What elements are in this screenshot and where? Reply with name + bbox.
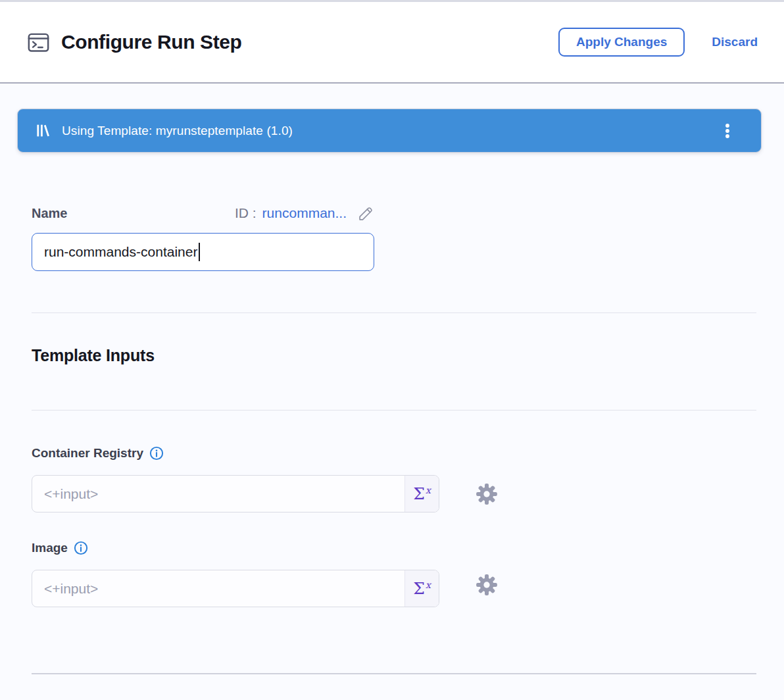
edit-id-pencil-icon[interactable] [356, 205, 374, 222]
bottom-divider [32, 673, 756, 674]
info-icon[interactable] [149, 446, 164, 461]
section-divider [32, 312, 756, 313]
panel-header: Configure Run Step Apply Changes Discard [0, 2, 784, 84]
container-registry-field: Container Registry Σ x [32, 444, 505, 512]
name-input[interactable]: run-commands-container [32, 233, 374, 271]
header-actions: Apply Changes Discard [558, 28, 758, 57]
step-id-value[interactable]: runcomman... [262, 205, 347, 221]
banner-kebab-menu-icon[interactable] [718, 119, 737, 143]
discard-button[interactable]: Discard [712, 35, 758, 49]
container-registry-input-wrap: Σ x [32, 475, 439, 512]
step-id-label: ID : [235, 205, 257, 221]
container-registry-label: Container Registry [32, 446, 143, 461]
expression-input-type-button[interactable]: Σ x [404, 476, 439, 512]
field-label-row: Image [32, 539, 505, 557]
info-icon[interactable] [74, 541, 88, 555]
name-id-row: Name ID : runcomman... [32, 201, 374, 225]
settings-gear-icon[interactable] [475, 573, 499, 597]
image-input[interactable] [32, 570, 439, 607]
sigma-icon: Σ [413, 580, 425, 597]
name-input-value: run-commands-container [44, 244, 197, 260]
sigma-sup: x [426, 580, 431, 589]
sigma-icon: Σ [413, 486, 425, 502]
container-registry-input[interactable] [32, 476, 439, 512]
template-library-icon [35, 122, 51, 139]
text-cursor [199, 243, 200, 261]
field-label-row: Container Registry [32, 444, 505, 462]
header-title-group: Configure Run Step [26, 30, 241, 55]
image-field: Image Σ x [32, 539, 505, 607]
step-id-group: ID : runcomman... [235, 205, 374, 222]
using-template-banner: Using Template: myrunsteptemplate (1.0) [17, 109, 762, 153]
name-label: Name [32, 206, 67, 221]
using-template-text: Using Template: myrunsteptemplate (1.0) [62, 124, 718, 138]
section-divider [32, 410, 756, 411]
image-label: Image [32, 541, 68, 555]
expression-input-type-button[interactable]: Σ x [404, 570, 439, 607]
settings-gear-icon[interactable] [475, 482, 499, 506]
apply-changes-button[interactable]: Apply Changes [558, 28, 685, 57]
sigma-sup: x [426, 486, 431, 495]
template-inputs-heading: Template Inputs [32, 346, 155, 365]
run-step-terminal-icon [26, 30, 51, 55]
image-input-wrap: Σ x [32, 570, 439, 607]
configure-run-step-panel: Configure Run Step Apply Changes Discard… [0, 0, 784, 700]
page-title: Configure Run Step [61, 31, 241, 53]
